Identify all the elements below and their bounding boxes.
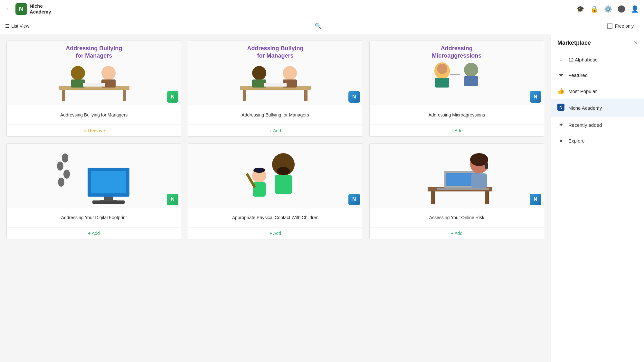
card-action-add-2[interactable]: + Add <box>188 125 362 136</box>
svg-rect-35 <box>275 175 292 194</box>
card-body-4: Addressing Your Digital Footprint <box>7 208 181 227</box>
header-icons: 🎓 🔒 ⚙️ 👤 <box>576 5 639 13</box>
card-badge-4: N <box>167 194 178 205</box>
card-image-3: AddressingMicroaggressions N <box>370 41 544 105</box>
content-area: Addressing Bullyingfor Managers <box>0 34 551 362</box>
card-badge-3: N <box>530 91 541 103</box>
svg-point-7 <box>101 66 116 80</box>
card-body-3: Addressing Microagressions <box>370 105 544 125</box>
card-title-3: AddressingMicroaggressions <box>370 41 544 64</box>
sidebar-item-niche-academy[interactable]: N Niche Academy <box>551 99 644 117</box>
search-area: 🔍 <box>29 23 607 30</box>
card-name-1: Addressing Bullying for Managers <box>12 109 176 121</box>
svg-point-34 <box>277 167 290 175</box>
card-name-2: Addressing Bullying for Managers <box>193 109 357 121</box>
lock-icon[interactable]: 🔒 <box>590 5 598 13</box>
sidebar-item-most-popular[interactable]: 👍 Most Popular <box>551 83 644 99</box>
svg-point-24 <box>62 153 68 162</box>
card-body-2: Addressing Bullying for Managers <box>188 105 362 125</box>
card-name-3: Addressing Microagressions <box>375 109 539 121</box>
card-badge-2: N <box>348 91 360 103</box>
list-view-button[interactable]: ☰ List View <box>5 23 29 29</box>
thumbsup-icon: 👍 <box>557 88 564 95</box>
sidebar-item-featured[interactable]: ★ Featured <box>551 67 644 83</box>
free-only-label: Free only <box>615 23 634 29</box>
card-badge-6: N <box>530 194 541 205</box>
user-icon[interactable]: 👤 <box>631 5 639 13</box>
card-body-6: Assessing Your Online Risk <box>370 208 544 227</box>
card-badge-5: N <box>348 194 360 205</box>
table-row[interactable]: N Assessing Your Online Risk + Add <box>369 143 544 239</box>
sidebar-item-label-alphabetic: 12 Alphabetic <box>568 57 597 62</box>
back-button[interactable]: ← <box>5 5 12 13</box>
header: ← N Niche Academy 🎓 🔒 ⚙️ 👤 <box>0 0 644 18</box>
card-name-6: Assessing Your Online Risk <box>375 212 539 223</box>
card-image-2: Addressing Bullyingfor Managers N <box>188 41 362 105</box>
svg-point-26 <box>63 170 70 179</box>
sidebar-close-button[interactable]: × <box>634 39 638 47</box>
search-icon[interactable]: 🔍 <box>315 23 322 30</box>
list-view-icon: ☰ <box>5 23 9 29</box>
sidebar: Marketplace × ↕ 12 Alphabetic ★ Featured… <box>551 34 644 362</box>
svg-point-5 <box>71 66 85 80</box>
featured-icon: ★ <box>557 71 564 79</box>
card-action-remove-1[interactable]: ✕ Remove <box>7 125 181 136</box>
svg-point-39 <box>253 168 265 173</box>
card-image-4: N <box>7 144 181 208</box>
logo-icon: N <box>15 3 27 15</box>
card-illustration-4 <box>46 145 142 206</box>
sidebar-item-alphabetic[interactable]: ↕ 12 Alphabetic <box>551 52 644 67</box>
sidebar-item-explore[interactable]: ● Explore <box>551 133 644 149</box>
svg-rect-22 <box>464 76 478 86</box>
sidebar-item-label-niche-academy: Niche Academy <box>568 105 602 111</box>
card-image-5: N <box>188 144 362 208</box>
sidebar-header: Marketplace × <box>551 34 644 52</box>
explore-icon: ● <box>557 137 564 144</box>
svg-rect-12 <box>304 90 308 101</box>
table-row[interactable]: Addressing Bullyingfor Managers N Ad <box>188 41 363 137</box>
table-row[interactable]: Addressing Bullyingfor Managers <box>6 41 181 137</box>
svg-point-19 <box>437 64 447 74</box>
toolbar: ☰ List View 🔍 Free only <box>0 18 644 34</box>
card-name-5: Appropriate Physical Contact With Childr… <box>193 212 357 223</box>
sidebar-item-label-explore: Explore <box>568 138 585 144</box>
svg-rect-29 <box>91 171 126 193</box>
svg-point-13 <box>252 66 266 80</box>
svg-rect-32 <box>92 200 125 204</box>
graduation-icon[interactable]: 🎓 <box>576 5 584 13</box>
card-action-add-6[interactable]: + Add <box>370 227 544 239</box>
svg-rect-11 <box>243 90 246 101</box>
svg-point-27 <box>58 178 64 187</box>
card-illustration-5 <box>227 145 324 206</box>
svg-rect-49 <box>485 163 488 169</box>
svg-point-21 <box>464 63 478 77</box>
free-only-checkbox[interactable] <box>607 23 612 29</box>
svg-text:N: N <box>559 105 562 110</box>
card-action-add-3[interactable]: + Add <box>370 125 544 136</box>
sidebar-item-recently-added[interactable]: ✦ Recently added <box>551 117 644 133</box>
svg-text:N: N <box>19 5 24 13</box>
table-row[interactable]: AddressingMicroaggressions N <box>369 41 544 137</box>
niche-n-icon: N <box>557 104 564 112</box>
svg-rect-20 <box>435 78 449 88</box>
settings-icon[interactable]: ⚙️ <box>604 5 612 13</box>
svg-point-25 <box>57 162 63 171</box>
svg-point-15 <box>283 66 297 80</box>
card-title-1: Addressing Bullyingfor Managers <box>7 41 181 64</box>
card-badge-1: N <box>167 91 178 103</box>
main-layout: Addressing Bullyingfor Managers <box>0 34 644 362</box>
svg-rect-9 <box>83 83 105 87</box>
card-action-add-5[interactable]: + Add <box>188 227 362 239</box>
card-action-add-4[interactable]: + Add <box>7 227 181 239</box>
card-grid: Addressing Bullyingfor Managers <box>6 41 544 239</box>
notification-icon[interactable] <box>618 5 625 13</box>
svg-rect-17 <box>264 83 287 87</box>
svg-rect-42 <box>485 191 489 204</box>
card-title-2: Addressing Bullyingfor Managers <box>188 41 362 64</box>
svg-rect-47 <box>471 173 487 188</box>
table-row[interactable]: N Addressing Your Digital Footprint + Ad… <box>6 143 181 239</box>
sidebar-item-label-recently-added: Recently added <box>568 122 602 128</box>
table-row[interactable]: N Appropriate Physical Contact With Chil… <box>188 143 363 239</box>
card-name-4: Addressing Your Digital Footprint <box>12 212 176 223</box>
card-body-5: Appropriate Physical Contact With Childr… <box>188 208 362 227</box>
